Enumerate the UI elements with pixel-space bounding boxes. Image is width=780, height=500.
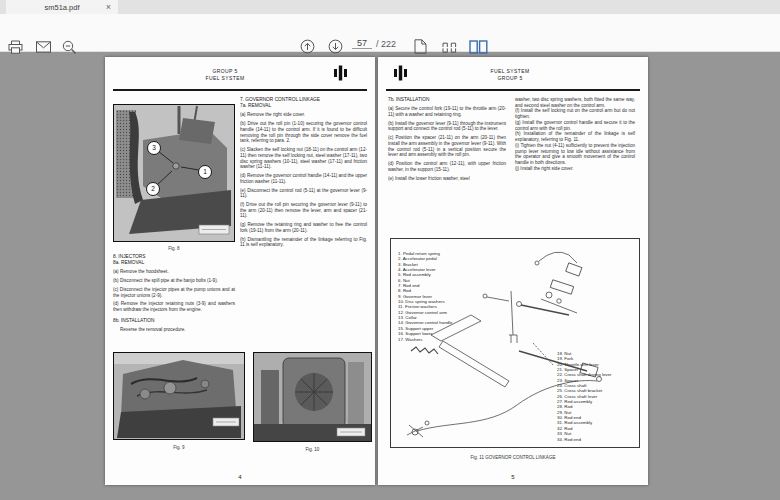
installation-steps-col1: (a) Secure the control fork (19-11) to t… (388, 106, 506, 181)
paragraph: (g) Install the governor control handle … (515, 120, 635, 131)
left-page-number: 4 (105, 474, 375, 480)
paragraph: (f) Install the self locking nut on the … (515, 108, 635, 119)
figure-10-photo (253, 352, 372, 446)
two-page-icon (469, 40, 488, 54)
paragraph: washer, two disc spring washers, both fi… (515, 97, 635, 108)
figure-9-caption: Fig. 9 (113, 445, 245, 450)
paragraph: (b) Install the governor lever (9-11) th… (388, 121, 506, 132)
close-icon[interactable]: × (106, 0, 111, 14)
injectors-section: 8. INJECTORS 8a. REMOVAL (a) Remove the … (113, 254, 235, 333)
pdf-toolbar: / 222 (0, 14, 780, 52)
paragraph: (e) Disconnect the control rod (5-11) at… (240, 188, 367, 199)
injectors-removal-heading: 8a. REMOVAL (113, 260, 235, 266)
tab-bar: sm51a.pdf × (0, 0, 780, 14)
svg-text:3: 3 (152, 144, 156, 151)
two-page-view-button[interactable] (469, 40, 488, 54)
part-item: 22. Cross shaft driving lever (557, 372, 611, 377)
paragraph: (h) Installation of the remainder of the… (515, 131, 635, 142)
zoom-out-button[interactable] (62, 40, 77, 55)
left-page-header: GROUP 5 FUEL SYSTEM (165, 68, 285, 81)
installation-col1: 7b. INSTALLATION (a) Secure the control … (388, 97, 506, 181)
ih-logo (394, 65, 407, 85)
arrow-down-circle-icon (328, 39, 343, 54)
single-page-view-button[interactable] (414, 39, 427, 54)
paragraph: (a) Secure the control fork (19-11) to t… (388, 106, 506, 117)
paragraph: (b) Drive out the roll pin (1-10) securi… (240, 121, 367, 144)
figure-9-photo (113, 352, 245, 444)
page-fit-view-button[interactable] (441, 41, 458, 54)
installation-col2: washer, two disc spring washers, both fi… (515, 97, 635, 172)
right-page-header: FUEL SYSTEM GROUP 5 (450, 68, 570, 81)
paragraph: (a) Remove the right side cover. (240, 112, 367, 118)
injectors-install-heading: 8b. INSTALLATION (113, 318, 235, 324)
paragraph: (g) Remove the retaining ring and washer… (240, 222, 367, 233)
paragraph: (j) Install the right side cover. (515, 166, 635, 172)
page-total-label: / 222 (376, 39, 396, 49)
svg-text:2: 2 (151, 185, 155, 192)
pdf-viewer-window: sm51a.pdf × (0, 0, 780, 500)
page-number-input[interactable] (352, 38, 372, 49)
paragraph: (e) Install the lower friction washer, s… (388, 176, 506, 182)
injectors-removal-steps: (a) Remove the hoodsheet.(b) Disconnect … (113, 269, 235, 312)
next-page-button[interactable] (328, 39, 343, 54)
email-icon (36, 41, 51, 53)
parts-list-18-34: 18. Nut19. Fork20. Throttle arm lever21.… (557, 351, 611, 442)
part-item: 17. Washers (398, 337, 452, 342)
print-button[interactable] (8, 40, 23, 54)
governor-removal-steps: (a) Remove the right side cover.(b) Driv… (240, 112, 367, 248)
paragraph: (i) Tighten the nut (4-11) sufficiently … (515, 143, 635, 166)
right-page-number: 5 (378, 474, 648, 480)
paragraph: (c) Position the spacer (21-11) on the a… (388, 135, 506, 158)
previous-page-button[interactable] (300, 39, 315, 54)
header-rule (113, 89, 367, 91)
header-system: FUEL SYSTEM (165, 75, 285, 82)
header-group: GROUP 5 (450, 75, 570, 82)
header-rule (386, 89, 640, 91)
print-icon (8, 40, 23, 54)
paragraph: (c) Slacken the self locking nut (18-11)… (240, 147, 367, 170)
single-page-icon (414, 39, 427, 54)
page-fit-icon (441, 41, 458, 54)
part-item: 34. Rod end (557, 437, 611, 442)
paragraph: (d) Position the control arm (12-11), wi… (388, 161, 506, 172)
governor-section: 7. GOVERNOR CONTROL LINKAGE 7a. REMOVAL … (240, 97, 367, 248)
figure-10-caption: Fig. 10 (253, 447, 372, 452)
figure-11-caption: Fig. 11 GOVERNOR CONTROL LINKAGE (378, 455, 648, 460)
installation-heading: 7b. INSTALLATION (388, 97, 506, 103)
zoom-out-icon (62, 40, 77, 55)
tab-sm51a-pdf[interactable]: sm51a.pdf × (6, 0, 118, 14)
pdf-page-right: FUEL SYSTEM GROUP 5 7b. INSTALLATION (a)… (378, 57, 648, 485)
paragraph: (c) Disconnect the injector pipes at the… (113, 287, 235, 298)
paragraph: (f) Drive out the roll pin securing the … (240, 202, 367, 219)
ih-logo (334, 65, 347, 85)
email-button[interactable] (36, 41, 51, 53)
installation-steps-col2: washer, two disc spring washers, both fi… (515, 97, 635, 172)
figure-11-diagram: 1. Pedal return spring2. Accelerator ped… (390, 238, 640, 448)
svg-text:1: 1 (203, 168, 207, 175)
parts-list-1-17: 1. Pedal return spring2. Accelerator ped… (398, 251, 452, 342)
pdf-page-left: GROUP 5 FUEL SYSTEM (105, 57, 375, 485)
page-number-control: / 222 (352, 38, 396, 49)
paragraph: (d) Remove the injector retaining nuts (… (113, 301, 235, 312)
paragraph: (h) Dismantling the remainder of the lin… (240, 237, 367, 248)
figure-8-caption: Fig. 8 (113, 246, 235, 251)
arrow-up-circle-icon (300, 39, 315, 54)
governor-removal-heading: 7a. REMOVAL (240, 103, 367, 109)
figure-8-photo: 3 1 2 (113, 104, 235, 246)
tab-title: sm51a.pdf (44, 3, 79, 12)
paragraph: (a) Remove the hoodsheet. (113, 269, 235, 275)
paragraph: (d) Remove the governor control handle (… (240, 173, 367, 184)
injectors-install-text: Reverse the removal procedure. (113, 327, 235, 333)
paragraph: (b) Disconnect the spill pipe at the ban… (113, 278, 235, 284)
